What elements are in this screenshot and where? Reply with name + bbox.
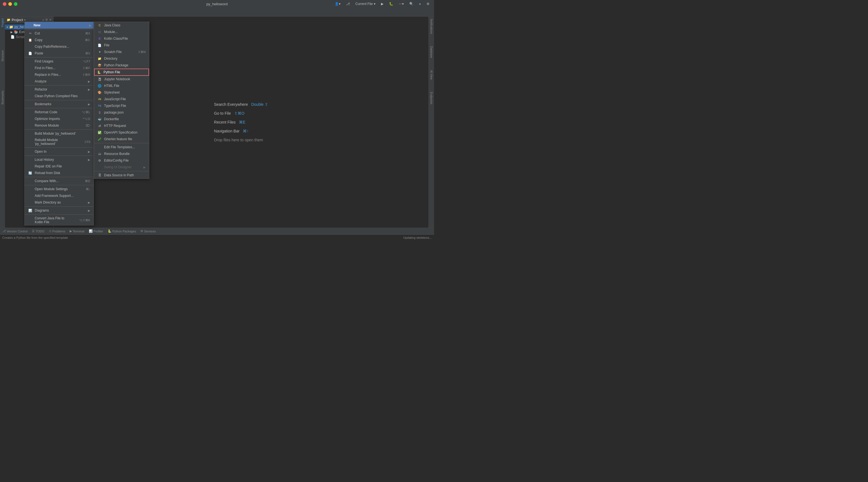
ctx-item-remove-module[interactable]: Remove Module ⌦ [25,122,94,129]
ctx-item-copy-path[interactable]: Copy Path/Reference... [25,43,94,50]
ctx-item-cut[interactable]: ✂ Cut ⌘X [25,30,94,37]
new-python-file[interactable]: 🐍 Python File [94,68,149,76]
ctx-item-reformat-code[interactable]: Reformat Code ⌥⌘L [25,109,94,116]
ctx-item-paste[interactable]: 📄 Paste ⌘V [25,50,94,57]
ctx-item-optimize-imports[interactable]: Optimize Imports ^⌥O [25,116,94,122]
libs-icon: 📚 [14,30,18,34]
context-menu-main[interactable]: New ▶ ✂ Cut ⌘X 📋 Copy ⌘C Copy Path/Refer… [24,22,94,225]
hint-recent-files: Recent Files ⌘E [214,120,245,124]
debug-button[interactable]: 🐛 [388,1,395,6]
current-file-dropdown[interactable]: Current File ▾ [354,1,377,6]
terminal-icon: ▶ [70,229,72,233]
settings-button[interactable]: ⚙ [425,1,431,6]
git-button[interactable]: ● [417,1,423,6]
ctx-item-rebuild-module[interactable]: Rebuild Module 'py_helloword' ⇧F9 [25,137,94,147]
new-resource-bundle[interactable]: 🗂 Resource Bundle [94,150,149,157]
new-http-request[interactable]: ⇄ HTTP Request [94,122,149,129]
js-icon: JS [97,97,102,101]
new-openapi[interactable]: ✅ OpenAPI Specification [94,129,149,136]
ctx-item-new[interactable]: New ▶ [25,22,94,29]
status-terminal[interactable]: ▶ Terminal [70,229,84,233]
statusbar: ⎇ Version Control ☰ TODO ⚠ Problems ▶ Te… [0,228,434,234]
right-tab-endpoints[interactable]: Endpoints [430,92,433,104]
right-tab-notifications[interactable]: Notifications [430,19,433,34]
new-data-source[interactable]: 🗄 Data Source in Path [94,172,149,179]
ctx-item-replace-in-files[interactable]: Replace in Files... ⇧⌘R [25,71,94,78]
new-directory[interactable]: 📁 Directory [94,55,149,62]
search-button[interactable]: 🔍 [408,1,415,6]
run-button[interactable]: ▶ [379,1,385,6]
ctx-item-find-in-files[interactable]: Find in Files... ⇧⌘F [25,65,94,71]
openapi-icon: ✅ [97,130,102,135]
ctx-item-mark-directory[interactable]: Mark Directory as ▶ [25,199,94,206]
vcs-button[interactable]: ⎇ [344,1,351,6]
new-editorconfig[interactable]: ⚙ EditorConfig File [94,157,149,164]
new-jupyter-notebook[interactable]: 📓 Jupyter Notebook [94,76,149,83]
new-sep1 [94,143,149,143]
right-tab-aiview[interactable]: AI View [430,70,433,80]
find-usages-icon [28,59,32,64]
scratch-icon: ✦ [97,50,102,54]
status-services[interactable]: ⚙ Services [141,229,156,233]
project-toolbar-collapse[interactable]: ≡ [42,18,44,22]
project-dropdown-arrow[interactable]: ▾ [24,18,26,21]
more-actions-button[interactable]: ⋯▾ [397,1,405,6]
new-dockerfile[interactable]: 🐳 Dockerfile [94,116,149,122]
ctx-item-open-in[interactable]: Open In ▶ [25,148,94,155]
new-edit-templates[interactable]: Edit File Templates... [94,144,149,150]
project-toolbar-close[interactable]: ✕ [49,18,52,22]
right-tab-database[interactable]: Database [430,46,433,58]
new-java-class[interactable]: C Java Class [94,22,149,29]
ctx-item-convert-java[interactable]: Convert Java File to Kotlin File ⌥⇧⌘K [25,215,94,225]
new-scratch-file[interactable]: ✦ Scratch File ⇧⌘N [94,49,149,55]
sidebar-item-bookmarks[interactable]: Bookmarks [1,91,4,104]
new-typescript-file[interactable]: TS TypeScript File [94,102,149,109]
status-python-packages[interactable]: 🐍 Python Packages [108,229,136,233]
scratches-icon: 📄 [10,35,15,39]
submenu-new[interactable]: C Java Class □ Module... K Kotlin Class/… [94,22,149,179]
problems-icon: ⚠ [49,229,52,233]
tree-expand-icon: ▾ [7,26,8,29]
new-javascript-file[interactable]: JS JavaScript File [94,96,149,102]
ctx-item-open-module-settings[interactable]: Open Module Settings ⌘↓ [25,186,94,192]
new-file[interactable]: 📄 File [94,42,149,49]
ctx-item-reload-disk[interactable]: 🔄 Reload from Disk [25,170,94,176]
kotlin-icon: K [97,36,102,41]
new-sep2 [94,171,149,171]
profile-button[interactable]: 👤▾ [333,1,342,6]
open-in-icon [28,149,32,154]
edit-templates-icon [97,145,102,149]
status-problems[interactable]: ⚠ Problems [49,229,65,233]
ctx-item-refactor[interactable]: Refactor ▶ [25,86,94,93]
minimize-button[interactable] [8,2,12,6]
bookmarks-icon [28,102,32,106]
new-gherkin[interactable]: 🥒 Gherkin feature file [94,136,149,143]
ctx-item-compare-with[interactable]: Compare With... ⌘D [25,178,94,184]
ctx-item-bookmarks[interactable]: Bookmarks ▶ [25,101,94,108]
ctx-item-local-history[interactable]: Local History ▶ [25,156,94,163]
ctx-item-clean-compiled[interactable]: Clean Python Compiled Files [25,93,94,99]
reload-icon: 🔄 [28,171,32,175]
new-package-json[interactable]: {} package.json [94,109,149,116]
sidebar-item-structure[interactable]: Structure [1,50,4,62]
status-profiler[interactable]: 📊 Profiler [89,229,103,233]
ctx-item-add-framework[interactable]: Add Framework Support... [25,192,94,199]
new-html-file[interactable]: 🌐 HTML File [94,83,149,89]
close-button[interactable] [3,2,6,6]
project-toolbar-settings[interactable]: ⚙ [45,18,48,22]
status-todo[interactable]: ☰ TODO [32,229,44,233]
separator2 [25,57,94,58]
new-python-package[interactable]: 📦 Python Package [94,62,149,68]
sidebar-item-project[interactable]: Project [1,18,4,27]
ctx-item-analyze[interactable]: Analyze ▶ [25,78,94,85]
ctx-item-copy[interactable]: 📋 Copy ⌘C [25,37,94,43]
maximize-button[interactable] [14,2,18,6]
ctx-item-find-usages[interactable]: Find Usages ⌥F7 [25,58,94,65]
new-stylesheet[interactable]: 🎨 Stylesheet [94,89,149,96]
ctx-item-repair-ide[interactable]: Repair IDE on File [25,163,94,170]
new-kotlin-class[interactable]: K Kotlin Class/File [94,35,149,42]
new-module[interactable]: □ Module... [94,29,149,35]
ctx-item-build-module[interactable]: Build Module 'py_helloword' [25,130,94,137]
ctx-item-diagrams[interactable]: 📊 Diagrams ▶ [25,207,94,214]
status-version-control[interactable]: ⎇ Version Control [2,229,28,233]
